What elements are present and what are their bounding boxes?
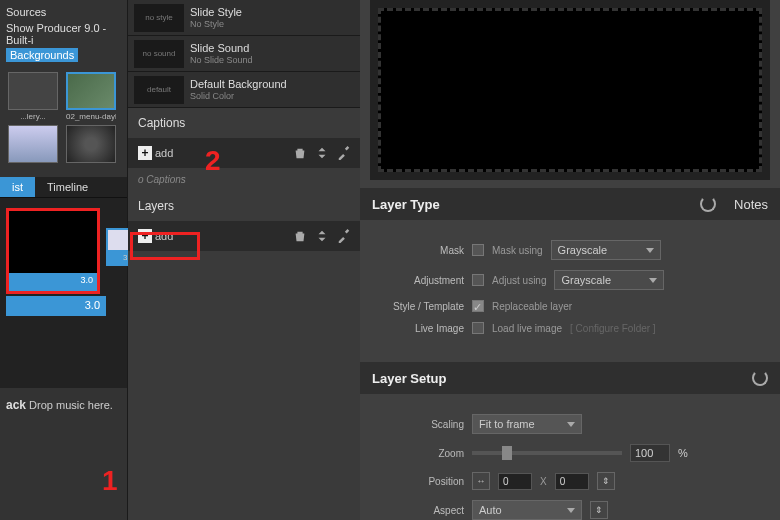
position-y-input[interactable] [555,473,589,490]
thumb-label: ...lery... [8,112,58,121]
aspect-stepper-icon[interactable]: ⇕ [590,501,608,519]
position-x-input[interactable] [498,473,532,490]
delete-icon[interactable] [292,228,308,244]
x-label: X [540,476,547,487]
style-icon: no style [134,4,184,32]
tree-producer[interactable]: Show Producer 9.0 - Built-i [6,20,121,48]
layers-header: Layers [128,191,360,221]
prop-slide-sound[interactable]: no sound Slide SoundNo Slide Sound [128,36,360,72]
delete-icon[interactable] [292,145,308,161]
bg-icon: default [134,76,184,104]
timeline-slide[interactable] [9,211,97,273]
prop-slide-style[interactable]: no style Slide StyleNo Style [128,0,360,36]
tab-timeline[interactable]: Timeline [35,177,100,197]
adjust-using-text: Adjust using [492,275,546,286]
scaling-select[interactable]: Fit to frame [472,414,582,434]
preview-canvas[interactable] [370,0,770,180]
add-caption-button[interactable]: + add [136,144,175,162]
adjustment-checkbox[interactable] [472,274,484,286]
zoom-slider[interactable] [472,451,622,455]
pos-stepper-icon[interactable]: ⇕ [597,472,615,490]
adjust-select[interactable]: Grayscale [554,270,664,290]
timeline-duration-bar[interactable]: 3.0 [6,296,106,316]
tools-icon[interactable] [336,145,352,161]
replaceable-text: Replaceable layer [492,301,572,312]
caret-icon [567,508,575,513]
thumb-item[interactable]: 02_menu-daylig... [64,72,118,121]
style-template-label: Style / Template [374,301,464,312]
pos-link-icon[interactable]: ↔ [472,472,490,490]
percent-label: % [678,447,688,459]
timeline-slide-duration: 3.0 [9,273,97,291]
no-captions-text: o Captions [128,168,360,191]
thumb-preview [8,72,58,110]
sound-icon: no sound [134,40,184,68]
caret-icon [646,248,654,253]
caret-icon [567,422,575,427]
thumb-label: 02_menu-daylig... [66,112,116,121]
tools-icon[interactable] [336,228,352,244]
audio-track[interactable]: ack Drop music here. [0,392,127,418]
thumb-item[interactable] [6,125,60,163]
adjustment-label: Adjustment [374,275,464,286]
thumb-preview [66,125,116,163]
refresh-icon[interactable] [752,370,768,386]
live-image-checkbox[interactable] [472,322,484,334]
thumb-preview [8,125,58,163]
tab-list[interactable]: ist [0,177,35,197]
zoom-label: Zoom [374,448,464,459]
mask-label: Mask [374,245,464,256]
plus-icon: + [138,146,152,160]
zoom-input[interactable] [630,444,670,462]
sort-icon[interactable] [314,145,330,161]
load-live-text: Load live image [492,323,562,334]
layer-setup-header: Layer Setup [372,371,752,386]
replaceable-checkbox[interactable]: ✓ [472,300,484,312]
mask-checkbox[interactable] [472,244,484,256]
add-layer-button[interactable]: + add [136,227,175,245]
plus-icon: + [138,229,152,243]
mask-using-text: Mask using [492,245,543,256]
tree-backgrounds[interactable]: Backgrounds [6,48,78,62]
layer-type-header: Layer Type [372,197,700,212]
mask-select[interactable]: Grayscale [551,240,661,260]
sort-icon[interactable] [314,228,330,244]
live-image-label: Live Image [374,323,464,334]
aspect-select[interactable]: Auto [472,500,582,520]
slider-handle[interactable] [502,446,512,460]
notes-tab[interactable]: Notes [734,197,768,212]
scaling-label: Scaling [374,419,464,430]
captions-header: Captions [128,108,360,138]
timeline-area[interactable]: 3.0 3.0 3.0 [0,198,127,388]
position-label: Position [374,476,464,487]
thumb-item[interactable] [64,125,118,163]
aspect-label: Aspect [374,505,464,516]
thumb-item[interactable]: ...lery... [6,72,60,121]
thumb-preview [66,72,116,110]
tree-sources[interactable]: Sources [6,4,121,20]
refresh-icon[interactable] [700,196,716,212]
configure-folder-link[interactable]: [ Configure Folder ] [570,323,656,334]
prop-background[interactable]: default Default BackgroundSolid Color [128,72,360,108]
caret-icon [649,278,657,283]
